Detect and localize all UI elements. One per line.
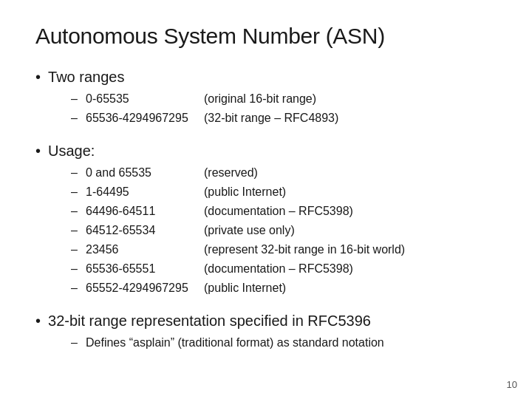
list-item: – 0 and 65535 (reserved): [71, 164, 497, 182]
range-value: 65536-4294967295: [86, 109, 204, 127]
range-value: 0-65535: [86, 90, 204, 108]
page-number: 10: [507, 379, 517, 390]
bullet-usage: • Usage: – 0 and 65535 (reserved) – 1-64…: [35, 140, 497, 297]
range-desc: Defines “asplain” (traditional format) a…: [86, 334, 384, 352]
sub-bullets-rfc5396: – Defines “asplain” (traditional format)…: [71, 334, 497, 352]
bullet-dot-3: •: [35, 310, 41, 331]
list-item: – Defines “asplain” (traditional format)…: [71, 334, 497, 352]
bullet-label-two-ranges: Two ranges: [48, 66, 124, 87]
range-desc: (public Internet): [204, 279, 286, 297]
range-desc: (original 16-bit range): [204, 90, 316, 108]
slide: Autonomous System Number (ASN) • Two ran…: [0, 0, 532, 399]
list-item: – 65552-4294967295 (public Internet): [71, 279, 497, 297]
range-value: 65552-4294967295: [86, 279, 204, 297]
sub-bullets-two-ranges: – 0-65535 (original 16-bit range) – 6553…: [71, 90, 497, 127]
range-value: 64496-64511: [86, 202, 204, 220]
list-item: – 1-64495 (public Internet): [71, 183, 497, 201]
content: • Two ranges – 0-65535 (original 16-bit …: [35, 66, 497, 381]
bullet-two-ranges: • Two ranges – 0-65535 (original 16-bit …: [35, 66, 497, 127]
sub-bullets-usage: – 0 and 65535 (reserved) – 1-64495 (publ…: [71, 164, 497, 297]
range-desc: (reserved): [204, 164, 258, 182]
bullet-dot-1: •: [35, 66, 41, 87]
range-desc: (documentation – RFC5398): [204, 260, 353, 278]
range-desc: (private use only): [204, 222, 295, 239]
list-item: – 65536-4294967295 (32-bit range – RFC48…: [71, 109, 497, 127]
list-item: – 65536-65551 (documentation – RFC5398): [71, 260, 497, 278]
bullet-label-rfc5396: 32-bit range representation specified in…: [48, 310, 371, 331]
range-desc: (32-bit range – RFC4893): [204, 109, 338, 127]
range-value: 64512-65534: [86, 222, 204, 239]
list-item: – 64496-64511 (documentation – RFC5398): [71, 202, 497, 220]
list-item: – 64512-65534 (private use only): [71, 222, 497, 239]
list-item: – 0-65535 (original 16-bit range): [71, 90, 497, 108]
slide-title: Autonomous System Number (ASN): [35, 24, 497, 49]
range-value: 23456: [86, 241, 204, 259]
bullet-dot-2: •: [35, 140, 41, 161]
range-value: 65536-65551: [86, 260, 204, 278]
bullet-rfc5396: • 32-bit range representation specified …: [35, 310, 497, 352]
range-value: 1-64495: [86, 183, 204, 201]
bullet-label-usage: Usage:: [48, 140, 95, 161]
range-desc: (documentation – RFC5398): [204, 202, 353, 220]
range-desc: (public Internet): [204, 183, 286, 201]
range-desc: (represent 32-bit range in 16-bit world): [204, 241, 405, 259]
range-value: 0 and 65535: [86, 164, 204, 182]
list-item: – 23456 (represent 32-bit range in 16-bi…: [71, 241, 497, 259]
